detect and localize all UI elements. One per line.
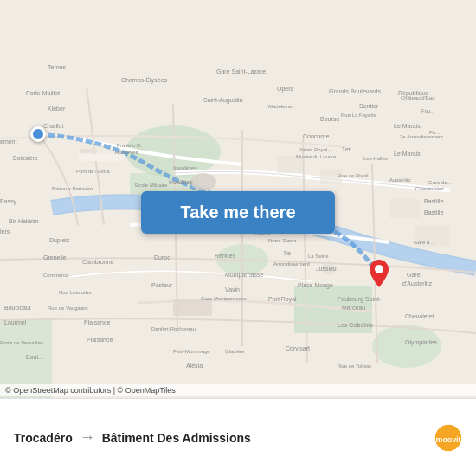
svg-text:Porte Maillot: Porte Maillot (26, 90, 60, 96)
svg-text:La Seine: La Seine (308, 254, 329, 259)
svg-text:Rennes: Rennes (215, 253, 236, 259)
svg-text:1er: 1er (342, 146, 351, 152)
svg-text:Gare Saint-Lazare: Gare Saint-Lazare (216, 68, 266, 74)
svg-text:Denfert-Rochereau: Denfert-Rochereau (151, 326, 196, 331)
svg-text:Kléber: Kléber (48, 106, 66, 112)
svg-text:Jussieu: Jussieu (316, 266, 337, 272)
svg-text:Vavin: Vavin (225, 286, 240, 293)
svg-text:Cambronne: Cambronne (82, 259, 114, 265)
svg-text:Invalides: Invalides (173, 165, 197, 171)
svg-text:Place Monge: Place Monge (298, 282, 333, 289)
svg-text:Les Gobelins: Les Gobelins (338, 322, 373, 328)
svg-text:Invalides: Invalides (169, 179, 193, 185)
svg-text:Opéra: Opéra (277, 86, 294, 93)
svg-text:Gare: Gare (407, 272, 421, 278)
svg-text:Plaisance: Plaisance (87, 337, 113, 343)
svg-text:École Militaire: École Militaire (135, 183, 168, 188)
svg-text:Arrondissement: Arrondissement (273, 261, 310, 267)
moovit-logo: moovit (434, 424, 462, 452)
svg-text:Olympiades: Olympiades (405, 339, 437, 346)
svg-text:Porte de Versailles: Porte de Versailles (0, 340, 43, 345)
svg-text:Marceau: Marceau (342, 305, 365, 311)
svg-point-5 (372, 325, 441, 368)
svg-text:Pont de l'Alma: Pont de l'Alma (76, 169, 110, 174)
svg-text:Rue La Fayette: Rue La Fayette (341, 113, 377, 118)
svg-text:moovit: moovit (436, 434, 461, 443)
svg-text:lers: lers (0, 228, 10, 235)
route-info: Trocadéro → Bâtiment Des Admissions (14, 428, 434, 447)
svg-text:Chemin Vert: Chemin Vert (415, 186, 444, 191)
svg-text:Notre-Dame: Notre-Dame (268, 238, 297, 243)
svg-text:Grands Boulevards: Grands Boulevards (329, 88, 381, 94)
svg-text:ement: ement (0, 138, 17, 145)
svg-text:Austerlitz: Austerlitz (389, 177, 411, 183)
svg-text:Gare Montparnasse: Gare Montparnasse (201, 296, 248, 301)
svg-rect-8 (80, 149, 97, 153)
svg-text:Fau...: Fau... (421, 108, 435, 113)
svg-text:Palais Royal -: Palais Royal - (299, 147, 331, 152)
svg-text:Glacière: Glacière (225, 349, 245, 354)
destination-marker (370, 260, 389, 291)
svg-text:Saint-Augustin: Saint-Augustin (203, 97, 243, 104)
svg-text:Roosevelt: Roosevelt (115, 150, 138, 155)
svg-text:Ternes: Ternes (48, 64, 67, 70)
copyright-text: © OpenStreetMap contributors | © OpenMap… (0, 384, 476, 396)
svg-text:Duroc: Duroc (154, 254, 170, 261)
svg-text:Gare d...: Gare d... (414, 240, 434, 245)
svg-rect-7 (78, 154, 125, 161)
svg-text:Boissière: Boissière (13, 155, 38, 161)
svg-text:Château d'Eau: Château d'Eau (401, 95, 435, 100)
svg-text:Bateaux Parisiens: Bateaux Parisiens (52, 186, 93, 191)
svg-rect-10 (173, 299, 212, 316)
svg-text:Bir-Hakeim: Bir-Hakeim (9, 218, 39, 224)
svg-text:Passy: Passy (0, 198, 17, 205)
svg-text:Lourmel: Lourmel (4, 319, 27, 325)
svg-text:Madeleine: Madeleine (268, 104, 293, 109)
svg-text:Plaisance: Plaisance (84, 319, 110, 325)
svg-text:Rue de Vaugirard: Rue de Vaugirard (48, 306, 88, 311)
origin-label: Trocadéro (14, 431, 73, 445)
svg-text:Chaillot: Chaillot (43, 123, 63, 129)
svg-text:Dupleix: Dupleix (49, 237, 70, 244)
svg-text:Le Marais: Le Marais (394, 123, 421, 129)
svg-text:Rue de Tolbiac: Rue de Tolbiac (338, 363, 372, 369)
svg-text:Port Royal: Port Royal (268, 296, 297, 303)
svg-point-104 (375, 265, 383, 273)
svg-text:Rue de Rivoli: Rue de Rivoli (338, 173, 369, 178)
svg-text:Gare de...: Gare de... (428, 180, 452, 185)
svg-text:Concorde: Concorde (303, 133, 329, 139)
svg-text:Boucicaut: Boucicaut (4, 305, 31, 311)
destination-label: Bâtiment Des Admissions (102, 431, 251, 445)
svg-text:Musée du Louvre: Musée du Louvre (296, 154, 337, 159)
svg-text:Franklin D.: Franklin D. (117, 143, 142, 148)
moovit-icon: moovit (434, 424, 462, 452)
svg-text:Champs-Élysées: Champs-Élysées (121, 76, 167, 84)
svg-text:Rue Lecourbe: Rue Lecourbe (59, 290, 92, 295)
bottom-bar: Trocadéro → Bâtiment Des Admissions moov… (0, 398, 476, 476)
svg-text:5e: 5e (284, 250, 291, 256)
svg-text:Bastille: Bastille (424, 209, 444, 215)
svg-text:Boul...: Boul... (26, 354, 43, 360)
svg-rect-13 (389, 199, 420, 218)
svg-text:Les Halles: Les Halles (363, 156, 388, 161)
svg-text:Bastille: Bastille (424, 198, 444, 204)
svg-text:Chevaleret: Chevaleret (405, 313, 434, 319)
svg-text:Alésia: Alésia (186, 363, 203, 369)
svg-text:Corvisart: Corvisart (286, 345, 310, 351)
map-container: Porte Maillot Ternes Champs-Élysées Gare… (0, 0, 476, 398)
svg-text:Grenelle: Grenelle (43, 254, 67, 261)
svg-text:Commerce: Commerce (43, 273, 69, 278)
origin-marker (30, 126, 46, 142)
svg-text:Sentier: Sentier (359, 103, 379, 109)
route-arrow: → (80, 428, 95, 447)
svg-text:Petit-Montrouge: Petit-Montrouge (173, 349, 210, 354)
svg-text:Le Marais: Le Marais (394, 151, 421, 157)
svg-text:Pasteur: Pasteur (151, 282, 173, 288)
svg-text:Montparnasse: Montparnasse (225, 272, 263, 279)
svg-text:Faubourg Saint-: Faubourg Saint- (338, 296, 382, 303)
svg-text:Po...: Po... (429, 130, 441, 135)
svg-text:d'Austerlitz: d'Austerlitz (402, 280, 433, 286)
svg-point-9 (190, 173, 216, 190)
take-me-there-button[interactable]: Take me there (141, 191, 335, 234)
svg-text:Bourse: Bourse (320, 116, 339, 122)
